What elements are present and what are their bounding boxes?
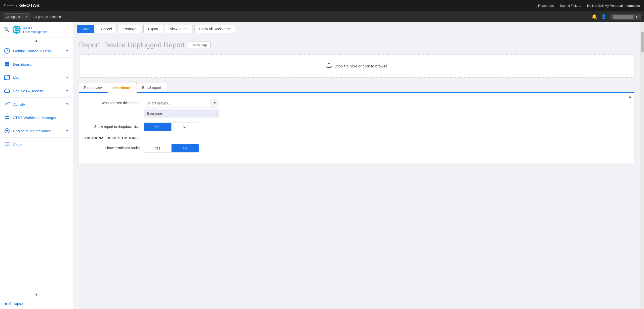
sidebar-item-workforce[interactable]: AT&T Workforce Manager	[0, 111, 73, 124]
sidebar-item-arrow-icon: ▼	[66, 89, 69, 93]
show-dropdown-row: Show report in dropdown list: Yes No	[84, 123, 629, 131]
show-dismissed-control: Yes No	[144, 144, 269, 152]
sidebar-item-getting-started[interactable]: ? Getting Started & Help ▼	[0, 44, 73, 58]
save-button[interactable]: Save	[77, 25, 94, 33]
user-icon[interactable]: 👤	[601, 14, 607, 19]
show-dropdown-control: Yes No	[144, 123, 269, 131]
groups-filter-arrow-icon: ▼	[25, 15, 28, 18]
tab-email-report[interactable]: Email report	[137, 83, 166, 92]
sidebar-item-label: Map	[13, 75, 63, 80]
sidebar-item-label: Engine & Maintenance	[13, 129, 63, 133]
export-button[interactable]: Export	[143, 25, 163, 33]
svg-rect-23	[5, 145, 10, 146]
toolbar: Save Cancel Remove Export View report Sh…	[73, 22, 640, 36]
show-dismissed-no-button[interactable]: No	[172, 144, 199, 152]
sidebar-item-activity[interactable]: Activity ▼	[0, 98, 73, 111]
tab-report-view[interactable]: Report view	[79, 83, 108, 92]
show-dismissed-yes-button[interactable]: Yes	[144, 144, 172, 152]
svg-rect-19	[9, 130, 10, 131]
svg-rect-6	[5, 62, 7, 64]
more-icon	[4, 141, 10, 147]
show-dropdown-no-button[interactable]: No	[172, 123, 199, 131]
att-logo-icon	[12, 25, 21, 34]
powered-by-text: Powered by	[4, 4, 17, 7]
additional-options-header: ADDITIONAL REPORT OPTIONS	[84, 136, 629, 140]
select-groups-input[interactable]: ▼	[144, 99, 219, 107]
show-all-recipients-button[interactable]: Show All Recipients	[194, 25, 235, 33]
sidebar-item-arrow-icon: ▼	[66, 76, 69, 79]
show-help-button[interactable]: Show help	[188, 42, 211, 49]
do-not-sell-link[interactable]: Do Not Sell My Personal Information	[587, 4, 640, 8]
show-dropdown-toggle: Yes No	[144, 123, 199, 131]
content-area: Report Device Unplugged Report Show help…	[73, 36, 640, 309]
collapse-button[interactable]: ◀ Collapse	[0, 298, 73, 309]
dashboard-panel: ▲ Who can see this report: ▼ Everyone Sh…	[79, 93, 634, 164]
getting-started-icon: ?	[4, 48, 10, 54]
sidebar-item-label: More	[13, 142, 69, 146]
collapse-label: Collapse	[9, 302, 23, 306]
everyone-tag: Everyone	[144, 109, 219, 118]
main-scrollbar[interactable]	[640, 22, 644, 309]
engine-icon	[4, 128, 10, 134]
groups-filter-label: Groups filter	[6, 15, 24, 19]
upload-icon	[326, 62, 332, 70]
svg-point-14	[5, 92, 7, 93]
user-name-text	[613, 15, 633, 19]
search-icon[interactable]: 🔍	[4, 27, 10, 32]
svg-text:?: ?	[6, 49, 8, 53]
sidebar-item-engine[interactable]: Engine & Maintenance ▼	[0, 124, 73, 138]
resources-link[interactable]: Resources	[538, 4, 554, 8]
view-report-button[interactable]: View report	[165, 25, 192, 33]
sidebar-item-dashboard[interactable]: Dashboard	[0, 58, 73, 71]
sidebar-item-more[interactable]: More	[0, 138, 73, 151]
sidebar-item-vehicles[interactable]: Vehicles & Assets ▼	[0, 84, 73, 98]
geotab-logo: Powered by GEOTAB	[4, 3, 40, 8]
sidebar-item-label: Getting Started & Help	[13, 49, 63, 53]
geotab-logo-text: GEOTAB	[19, 3, 40, 8]
svg-marker-10	[5, 75, 10, 80]
sidebar-item-map[interactable]: Map ▼	[0, 71, 73, 84]
collapse-arrow-icon: ◀	[4, 301, 7, 306]
main-content: Save Cancel Remove Export View report Sh…	[73, 22, 640, 309]
workforce-icon	[4, 114, 10, 121]
who-can-see-row: Who can see this report: ▼ Everyone	[84, 99, 629, 118]
sidebar-item-arrow-icon: ▼	[66, 129, 69, 133]
groups-bar-right: 🔔 👤 ▼	[591, 14, 641, 20]
file-drop-zone[interactable]: Drop file here or click to browse	[79, 54, 634, 78]
show-dropdown-yes-button[interactable]: Yes	[144, 123, 172, 131]
sidebar-item-label: AT&T Workforce Manager	[13, 115, 69, 120]
svg-rect-20	[7, 128, 8, 129]
svg-rect-18	[5, 130, 6, 131]
svg-rect-8	[5, 64, 7, 66]
cancel-button[interactable]: Cancel	[96, 25, 117, 33]
select-groups-field[interactable]	[144, 99, 211, 107]
notification-bell-icon[interactable]: 🔔	[591, 14, 597, 19]
activity-icon	[4, 101, 10, 107]
vehicles-icon	[4, 88, 10, 94]
brand-sub-text: Fleet Management	[23, 30, 48, 34]
top-nav-links: Resources Submit Tickets Do Not Sell My …	[538, 4, 640, 8]
groups-bar: Groups filter ▼ All groups selected 🔔 👤 …	[0, 11, 644, 22]
svg-point-17	[6, 130, 8, 132]
report-name-text: Device Unplugged Report	[104, 41, 185, 49]
map-icon	[4, 74, 10, 81]
top-nav-bar: Powered by GEOTAB Resources Submit Ticke…	[0, 0, 644, 11]
submit-tickets-link[interactable]: Submit Tickets	[560, 4, 581, 8]
svg-rect-9	[7, 64, 9, 66]
user-menu-button[interactable]: ▼	[611, 14, 641, 20]
drop-zone-text: Drop file here or click to browse	[335, 64, 387, 68]
brand-logo: Powered by GEOTAB	[4, 3, 40, 8]
select-groups-arrow-icon[interactable]: ▼	[211, 99, 219, 107]
brand-text-block: AT&T Fleet Management	[23, 26, 48, 34]
svg-rect-7	[7, 62, 9, 64]
show-dismissed-row: Show dismissed faults Yes No	[84, 144, 629, 152]
tab-dashboard[interactable]: Dashboard	[108, 83, 137, 93]
sidebar-scroll-up-icon[interactable]: ▲	[0, 37, 73, 44]
who-can-see-label: Who can see this report:	[84, 99, 140, 105]
svg-rect-22	[5, 144, 10, 144]
sidebar-scroll-down-icon[interactable]: ▼	[0, 291, 73, 298]
remove-button[interactable]: Remove	[119, 25, 141, 33]
panel-scroll-up-icon[interactable]: ▲	[628, 94, 632, 98]
groups-filter-button[interactable]: Groups filter ▼	[3, 13, 30, 20]
all-groups-text: All groups selected	[33, 15, 61, 19]
